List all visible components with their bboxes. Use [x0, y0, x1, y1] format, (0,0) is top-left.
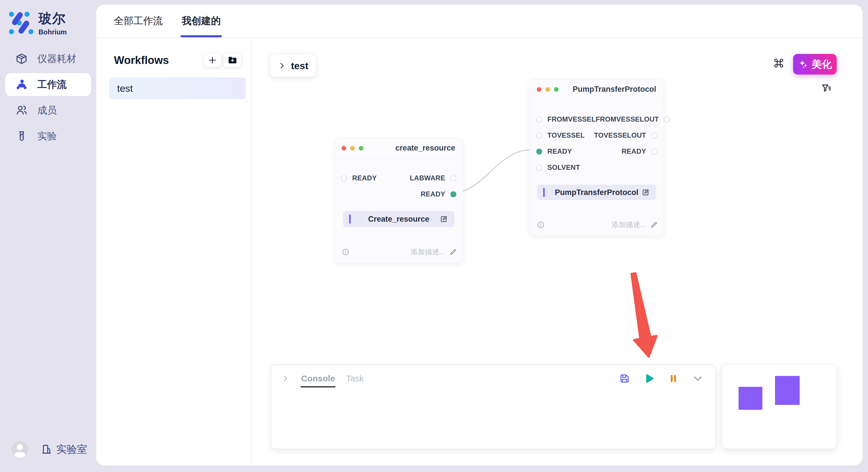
run-icon[interactable]: [644, 373, 655, 384]
sidebar-item-label: 实验: [37, 130, 57, 143]
port-row: READY LABWARE: [335, 170, 463, 186]
workflow-list-item-test[interactable]: test: [109, 77, 246, 99]
port-handle[interactable]: [451, 175, 456, 181]
port-row: FROMVESSEL FROMVESSELOUT: [530, 111, 663, 127]
brand-name-en: Bohrium: [38, 28, 67, 36]
building-icon: [41, 444, 52, 455]
add-workflow-button[interactable]: [204, 53, 221, 67]
port-row: TOVESSEL TOVESSELOUT: [530, 127, 663, 143]
port-handle[interactable]: [664, 116, 670, 123]
sidebar-item-members[interactable]: 成员: [5, 99, 91, 122]
workflows-panel: Workflows: [96, 38, 252, 465]
brand-text: 玻尔 Bohrium: [38, 10, 67, 36]
port-handle[interactable]: [536, 116, 542, 123]
node-description-placeholder[interactable]: 添加描述...: [611, 220, 646, 229]
canvas-breadcrumb[interactable]: test: [270, 55, 316, 77]
tab-task[interactable]: Task: [346, 374, 364, 383]
filter-button[interactable]: [820, 82, 833, 95]
test-tube-icon: [16, 130, 28, 142]
tab-console[interactable]: Console: [301, 374, 335, 383]
pause-icon[interactable]: [668, 373, 679, 384]
node-create-resource[interactable]: create_resource READY LABWARE READY: [334, 138, 463, 263]
edge-create-resource-to-pump: [454, 150, 530, 193]
sidebar-item-workflow[interactable]: 工作流: [5, 73, 91, 96]
port-handle[interactable]: [536, 133, 542, 138]
pencil-icon[interactable]: [449, 248, 457, 256]
console-toolbar: Console Task: [271, 365, 715, 384]
info-icon[interactable]: [537, 221, 545, 229]
lab-selector[interactable]: 实验室: [41, 442, 87, 457]
port-label: READY: [621, 147, 646, 156]
node-pump-transfer-protocol[interactable]: PumpTransferProtocol FROMVESSEL FROMVESS…: [530, 79, 664, 236]
output-port-labware[interactable]: LABWARE: [410, 174, 456, 182]
user-avatar[interactable]: [11, 441, 28, 458]
node-display-name: PumpTransferProtocol: [555, 188, 639, 197]
minimap-node-pump-transfer-protocol: [775, 376, 800, 405]
port-label: FROMVESSEL: [547, 115, 596, 123]
traffic-dots-icon: [342, 146, 363, 150]
node-header: PumpTransferProtocol: [530, 79, 663, 100]
port-label: SOLVENT: [547, 164, 580, 171]
edit-icon[interactable]: [439, 215, 448, 224]
command-icon: [773, 57, 785, 69]
input-port-fromvessel[interactable]: FROMVESSEL: [536, 115, 596, 123]
output-port-tovesselout[interactable]: TOVESSELOUT: [594, 131, 657, 139]
port-label: READY: [352, 174, 377, 182]
layout-command-button[interactable]: [772, 57, 785, 69]
minimap-node-create-resource: [739, 387, 763, 410]
bohrium-logo-icon: [9, 11, 34, 34]
workflow-group-icon: [16, 78, 28, 91]
port-row: READY: [335, 186, 463, 202]
breadcrumb-label: test: [291, 60, 308, 71]
main-content-card: 全部工作流 我创建的 Workflows: [96, 5, 863, 465]
beautify-button[interactable]: 美化: [793, 54, 837, 74]
node-header: create_resource: [335, 138, 463, 158]
node-footer: 添加描述...: [342, 247, 457, 257]
port-handle[interactable]: [536, 148, 542, 155]
sidebar-item-label: 仪器耗材: [37, 52, 76, 65]
sidebar-item-experiments[interactable]: 实验: [5, 125, 91, 148]
port-handle[interactable]: [451, 191, 456, 197]
port-handle[interactable]: [341, 175, 347, 181]
sidebar-item-label: 工作流: [37, 78, 67, 91]
info-icon[interactable]: [342, 248, 350, 256]
port-handle[interactable]: [651, 148, 657, 155]
input-port-ready[interactable]: READY: [536, 147, 572, 156]
port-label: TOVESSELOUT: [594, 131, 646, 139]
node-name-pill[interactable]: PumpTransferProtocol: [537, 185, 656, 200]
chevron-right-icon: [278, 62, 286, 70]
node-description-placeholder[interactable]: 添加描述...: [410, 247, 445, 257]
sidebar-footer: 实验室: [11, 441, 87, 458]
output-port-ready[interactable]: READY: [421, 190, 456, 198]
pencil-icon[interactable]: [650, 221, 658, 229]
console-actions: [619, 372, 704, 384]
tab-created-by-me[interactable]: 我创建的: [182, 5, 221, 37]
red-arrow-annotation: [631, 273, 657, 357]
node-title: create_resource: [395, 144, 455, 153]
input-port-ready[interactable]: READY: [341, 174, 377, 182]
workflows-actions: [204, 53, 241, 67]
node-name-pill[interactable]: Create_resource: [343, 211, 454, 227]
save-icon[interactable]: [619, 373, 630, 384]
traffic-dots-icon: [537, 87, 559, 92]
port-handle[interactable]: [651, 133, 657, 138]
edit-icon[interactable]: [641, 188, 650, 197]
workflows-title: Workflows: [114, 54, 169, 67]
sparkles-icon: [798, 59, 808, 69]
input-port-tovessel[interactable]: TOVESSEL: [536, 131, 585, 139]
plus-icon: [208, 56, 217, 65]
sidebar-item-instruments[interactable]: 仪器耗材: [5, 47, 91, 70]
workflow-canvas[interactable]: test 美化: [252, 38, 863, 465]
chevron-down-icon[interactable]: [692, 372, 704, 384]
input-port-solvent[interactable]: SOLVENT: [536, 164, 580, 171]
tab-all-workflows[interactable]: 全部工作流: [114, 5, 163, 37]
import-folder-button[interactable]: [224, 53, 241, 67]
output-port-fromvesselout[interactable]: FROMVESSELOUT: [596, 115, 670, 123]
members-icon: [16, 104, 28, 116]
canvas-minimap[interactable]: [722, 365, 836, 449]
output-port-ready[interactable]: READY: [621, 147, 657, 156]
port-handle[interactable]: [536, 165, 542, 171]
beautify-label: 美化: [812, 58, 832, 71]
workflow-item-name: test: [117, 83, 133, 94]
console-expand-chevron-icon[interactable]: [281, 374, 290, 383]
